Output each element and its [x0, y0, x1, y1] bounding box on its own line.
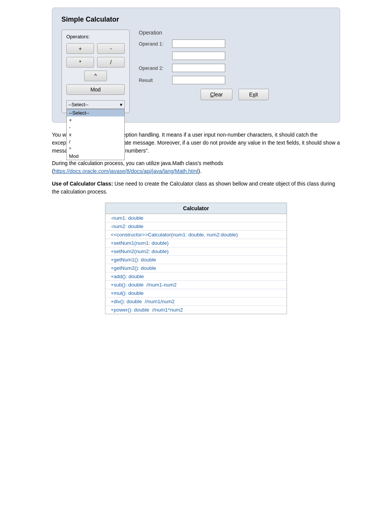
minus-button[interactable]: -: [97, 43, 125, 54]
operand2-row: Operand 2:: [139, 64, 331, 72]
dropdown-item-minus[interactable]: -: [67, 124, 124, 131]
operators-label: Operators:: [66, 34, 125, 39]
exit-e: E: [249, 91, 252, 98]
calculator-panel: Simple Calculator Operators: + - * / ^ M…: [52, 8, 340, 123]
exit-rest: it: [255, 91, 258, 98]
mod-button[interactable]: Mod: [66, 84, 125, 95]
exit-button[interactable]: Exit: [238, 89, 269, 100]
uml-header: Calculator: [105, 203, 287, 214]
operators-section: Operators: + - * / ^ Mod -: [61, 30, 130, 113]
plus-button[interactable]: +: [66, 43, 94, 54]
operand1-input[interactable]: [172, 39, 225, 48]
dropdown-item-plus[interactable]: +: [67, 116, 124, 124]
operand1-extra-input[interactable]: [172, 52, 225, 60]
paragraph3: Use of Calculator Class: Use need to cre…: [52, 180, 340, 196]
operation-section: Operation Operand 1: Operand 2: Result: [139, 30, 331, 113]
action-buttons: Clear Exit: [139, 89, 331, 100]
uml-row-8: +sub(): double //num1-num2: [105, 281, 287, 289]
uml-row-0: -num1: double: [105, 214, 287, 222]
operand2-input[interactable]: [172, 64, 225, 72]
clear-underline: C: [210, 91, 214, 98]
divide-button[interactable]: /: [97, 57, 125, 68]
caret-btn-center: ^: [66, 71, 125, 81]
uml-row-11: +power(): double //num1^num2: [105, 306, 287, 314]
calc-body: Operators: + - * / ^ Mod -: [61, 30, 331, 113]
dropdown-item-caret[interactable]: ^: [67, 145, 124, 153]
paragraph2: During the calculation process, you can …: [52, 159, 340, 175]
multiply-button[interactable]: *: [66, 57, 94, 68]
page-wrapper: Simple Calculator Operators: + - * / ^ M…: [52, 8, 340, 314]
uml-row-5: +getNum1(): double: [105, 256, 287, 264]
operation-label: Operation: [139, 30, 331, 36]
operator-grid: + - * /: [66, 43, 125, 68]
operand1-row: Operand 1:: [139, 39, 331, 48]
uml-row-1: -num2: double: [105, 222, 287, 231]
result-label: Result: [139, 77, 169, 83]
result-input[interactable]: [172, 76, 225, 84]
java-math-link[interactable]: https://docs.oracle.com/javase/8/docs/ap…: [54, 168, 198, 174]
uml-row-9: +mul(): double: [105, 289, 287, 297]
operand2-label: Operand 2:: [139, 65, 169, 71]
dropdown-item-divide[interactable]: /: [67, 138, 124, 145]
uml-table-wrapper: Calculator -num1: double -num2: double <…: [52, 203, 340, 314]
result-row: Result: [139, 76, 331, 84]
uml-table: Calculator -num1: double -num2: double <…: [105, 203, 287, 314]
operand1-label: Operand 1:: [139, 41, 169, 47]
dropdown-select-wrapper: --Select-- + - x / ^ Mod ▼: [66, 100, 125, 109]
calc-title: Simple Calculator: [61, 16, 331, 24]
uml-row-6: +getNum2(): double: [105, 264, 287, 272]
dropdown-item-multiply[interactable]: x: [67, 131, 124, 138]
paragraph2-suffix: ).: [198, 168, 202, 174]
dropdown-item-select[interactable]: --Select--: [67, 109, 124, 116]
uml-row-3: +setNum1(num1: double): [105, 239, 287, 247]
clear-rest: lear: [214, 91, 223, 98]
uml-row-7: +add(): double: [105, 272, 287, 281]
dropdown-item-mod[interactable]: Mod: [67, 153, 124, 160]
operator-select[interactable]: --Select-- + - x / ^ Mod: [66, 100, 125, 109]
caret-button[interactable]: ^: [84, 71, 107, 81]
dropdown-area: --Select-- + - x / ^ Mod ▼ --Select--: [66, 100, 125, 109]
clear-button[interactable]: Clear: [201, 89, 232, 100]
dropdown-list: --Select-- + - x / ^ Mod: [66, 109, 125, 160]
uml-row-2: <<constructor>>Calculator(num1: double, …: [105, 231, 287, 239]
uml-row-10: +div(): double //num1/num2: [105, 297, 287, 306]
paragraph3-bold: Use of Calculator Class:: [52, 181, 113, 187]
uml-row-4: +setNum2(num2: double): [105, 247, 287, 256]
